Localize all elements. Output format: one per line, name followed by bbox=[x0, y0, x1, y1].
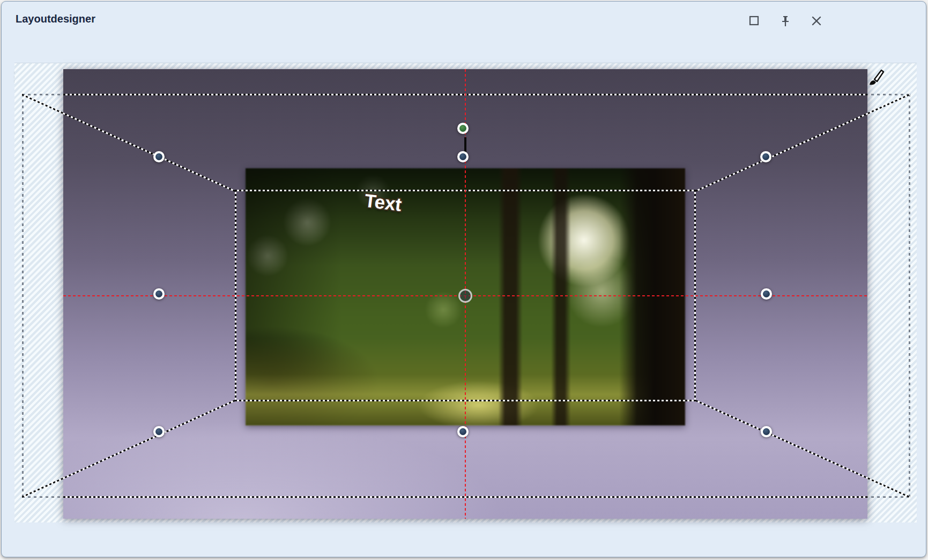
layoutdesigner-window: Layoutdesigner bbox=[1, 1, 926, 557]
center-handle[interactable] bbox=[458, 289, 472, 303]
background-brush-button[interactable] bbox=[864, 65, 886, 90]
resize-handle-right[interactable] bbox=[761, 288, 772, 300]
pin-icon bbox=[779, 14, 792, 27]
close-button[interactable] bbox=[810, 14, 823, 27]
toolbar: Zeitmarke: 0 s bbox=[2, 32, 926, 62]
close-icon bbox=[810, 14, 823, 27]
transport-bar: 00:00.000 Live-Vorschau − + bbox=[2, 522, 926, 557]
resize-handle-bottom[interactable] bbox=[457, 426, 469, 437]
rotation-handle[interactable] bbox=[457, 123, 469, 134]
layout-canvas: Text bbox=[14, 63, 917, 522]
outer-wireframe-left bbox=[22, 94, 24, 498]
window-title: Layoutdesigner bbox=[16, 13, 95, 25]
resize-handle-bottomleft[interactable] bbox=[153, 426, 165, 437]
resize-handle-topleft[interactable] bbox=[153, 151, 165, 162]
resize-handle-topright[interactable] bbox=[760, 151, 771, 162]
titlebar: Layoutdesigner bbox=[2, 2, 926, 32]
pin-button[interactable] bbox=[779, 14, 792, 27]
resize-handle-bottomright[interactable] bbox=[761, 426, 772, 437]
outer-wireframe-right bbox=[909, 94, 910, 498]
brush-icon bbox=[864, 65, 886, 90]
maximize-button[interactable] bbox=[748, 14, 761, 27]
resize-handle-top[interactable] bbox=[457, 151, 469, 162]
maximize-icon bbox=[748, 14, 761, 27]
rotation-stem bbox=[464, 137, 466, 153]
image-caption[interactable]: Text bbox=[363, 190, 403, 215]
resize-handle-left[interactable] bbox=[153, 288, 165, 300]
